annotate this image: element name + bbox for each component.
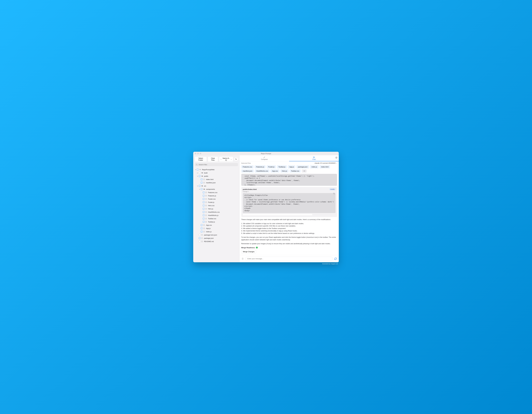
tree-item-label: Features.css bbox=[208, 192, 217, 193]
sort-label: Name (A-Z) bbox=[222, 157, 230, 161]
file-chip[interactable]: HowItWorks.css bbox=[255, 169, 269, 173]
checkbox[interactable]: ✓ bbox=[203, 214, 205, 216]
file-chip[interactable]: package.json bbox=[296, 165, 309, 168]
regenerate-button[interactable] bbox=[334, 257, 337, 260]
checkbox[interactable]: ✓ bbox=[199, 175, 200, 177]
clear-files-button[interactable]: Clear Files bbox=[208, 157, 218, 162]
checkbox[interactable]: ✓ bbox=[201, 224, 202, 226]
file-chip[interactable]: Features.css bbox=[241, 165, 254, 168]
disclosure-icon[interactable]: ▾ bbox=[199, 188, 200, 190]
close-window-icon[interactable] bbox=[195, 153, 196, 154]
tab-chat[interactable]: Chat bbox=[289, 155, 339, 161]
tab-compose[interactable]: Compose bbox=[239, 155, 289, 161]
summary-item-5: 5. We added a script in index.html to se… bbox=[241, 232, 337, 235]
tree-file[interactable]: ▸✓App.css bbox=[193, 223, 239, 227]
checkbox[interactable] bbox=[199, 172, 200, 174]
file-chip[interactable]: Features.js bbox=[255, 165, 266, 168]
tree-item-label: package.json bbox=[204, 237, 214, 239]
tree-file[interactable]: ▸✓Footer.js bbox=[193, 201, 239, 204]
tree-file[interactable]: ▸✓HowItWorks.js bbox=[193, 214, 239, 217]
tree-file[interactable]: ▸✓Toolbar.css bbox=[193, 217, 239, 220]
tree-file[interactable]: ▸✓Features.js bbox=[193, 194, 239, 197]
file-icon bbox=[205, 211, 207, 213]
tree-folder[interactable]: ▸build bbox=[193, 171, 239, 175]
zoom-window-icon[interactable] bbox=[200, 153, 201, 154]
tree-file[interactable]: ▸✓package.json bbox=[193, 237, 239, 240]
tree-file[interactable]: ▸package-lock.json bbox=[193, 233, 239, 237]
checkbox[interactable] bbox=[199, 234, 200, 236]
checkbox[interactable]: − bbox=[197, 169, 199, 170]
tree-folder[interactable]: ▾✓public bbox=[193, 175, 239, 178]
tree-folder[interactable]: ▾✓components bbox=[193, 187, 239, 191]
checkbox[interactable]: ✓ bbox=[201, 231, 202, 233]
file-chip[interactable]: Toolbar.css bbox=[290, 169, 301, 173]
tree-file[interactable]: ▸✓App.js bbox=[193, 227, 239, 230]
checkbox[interactable]: ✓ bbox=[201, 178, 202, 180]
arrow-up-icon: ↑ bbox=[221, 158, 221, 160]
tree-file[interactable]: ▸✓Hero.css bbox=[193, 204, 239, 207]
summary-intro: These changes will make your main view c… bbox=[241, 218, 337, 221]
checkbox[interactable]: ✓ bbox=[203, 195, 205, 197]
file-tree[interactable]: ▾−RepoPromptWeb▸build▾✓public▸✓index.htm… bbox=[193, 168, 239, 262]
search-input[interactable] bbox=[199, 164, 237, 166]
tree-file[interactable]: ▸✓Footer.css bbox=[193, 197, 239, 201]
tree-file[interactable]: ▸✓index.js bbox=[193, 230, 239, 233]
disclosure-icon[interactable]: ▸ bbox=[197, 172, 198, 174]
more-files-chip[interactable]: +3 bbox=[302, 169, 307, 173]
tree-item-label: index.html bbox=[206, 178, 213, 180]
checkbox[interactable]: ✓ bbox=[201, 182, 202, 184]
copy-button[interactable] bbox=[333, 193, 335, 195]
file-chip[interactable]: App.css bbox=[271, 169, 279, 173]
horizontal-scrollbar[interactable] bbox=[243, 214, 312, 215]
tree-file[interactable]: ▸✓manifest.json bbox=[193, 181, 239, 184]
sort-button[interactable]: ↑ Name (A-Z) ⌄ bbox=[219, 157, 233, 162]
select-folder-button[interactable]: Select Folder bbox=[195, 157, 207, 162]
checkbox[interactable]: ✓ bbox=[203, 211, 205, 213]
folder-icon bbox=[203, 188, 205, 190]
checkbox[interactable]: ✓ bbox=[203, 221, 205, 223]
tree-file[interactable]: ▸✓Hero.js bbox=[193, 207, 239, 210]
disclosure-icon[interactable]: ▾ bbox=[195, 169, 196, 170]
tree-file[interactable]: ▸✓HowItWorks.css bbox=[193, 210, 239, 214]
message-input-wrap[interactable] bbox=[245, 256, 333, 261]
file-chip[interactable]: Footer.js bbox=[267, 165, 276, 168]
checkbox[interactable]: ✓ bbox=[203, 208, 205, 210]
minimize-window-icon[interactable] bbox=[197, 153, 199, 154]
file-chip[interactable]: index.html bbox=[320, 165, 330, 168]
file-chip[interactable]: App.js bbox=[288, 165, 295, 168]
disclosure-icon[interactable]: ▾ bbox=[197, 185, 198, 187]
settings-button[interactable] bbox=[335, 157, 338, 159]
checkbox[interactable]: ✓ bbox=[203, 198, 205, 200]
model-picker[interactable]: claude-3-5-sonnet-20240620 ⌄ bbox=[314, 162, 337, 164]
tree-folder[interactable]: ▾−RepoPromptWeb bbox=[193, 168, 239, 171]
checkbox[interactable]: ✓ bbox=[199, 237, 200, 239]
checkbox[interactable]: ✓ bbox=[203, 192, 205, 193]
message-input[interactable] bbox=[247, 258, 331, 260]
checkbox[interactable]: ✓ bbox=[203, 205, 205, 206]
disclosure-icon[interactable]: ▾ bbox=[197, 176, 198, 177]
file-chip[interactable]: Hero.js bbox=[280, 169, 289, 173]
checkbox[interactable]: ✓ bbox=[203, 218, 205, 219]
tree-folder[interactable]: ▾✓src bbox=[193, 184, 239, 187]
tree-file[interactable]: ▸✓Toolbar.js bbox=[193, 220, 239, 223]
checkbox[interactable]: ✓ bbox=[199, 185, 200, 187]
merge-changes-button[interactable]: Merge Changes bbox=[241, 250, 256, 254]
file-chip[interactable]: Toolbar.js bbox=[277, 165, 287, 168]
change-badge: modify bbox=[330, 188, 335, 190]
file-chip[interactable]: index.js bbox=[310, 165, 319, 168]
tree-file[interactable]: ▸✓Features.css bbox=[193, 191, 239, 194]
clear-chat-button[interactable] bbox=[242, 257, 244, 260]
refresh-button[interactable]: ↻ bbox=[234, 158, 238, 161]
refresh-icon: ↻ bbox=[235, 158, 237, 160]
checkbox[interactable]: ✓ bbox=[201, 227, 202, 229]
search-field[interactable] bbox=[195, 163, 238, 166]
tree-file[interactable]: ▸README.md bbox=[193, 240, 239, 243]
tree-item-label: Toolbar.css bbox=[208, 218, 216, 220]
checkbox[interactable]: ✓ bbox=[201, 188, 202, 190]
selected-files-label: Selected Files bbox=[241, 162, 251, 164]
checkbox[interactable] bbox=[199, 241, 200, 242]
file-icon bbox=[203, 227, 205, 229]
checkbox[interactable]: ✓ bbox=[203, 201, 205, 203]
file-chip[interactable]: manifest.json bbox=[241, 169, 254, 173]
tree-file[interactable]: ▸✓index.html bbox=[193, 178, 239, 181]
